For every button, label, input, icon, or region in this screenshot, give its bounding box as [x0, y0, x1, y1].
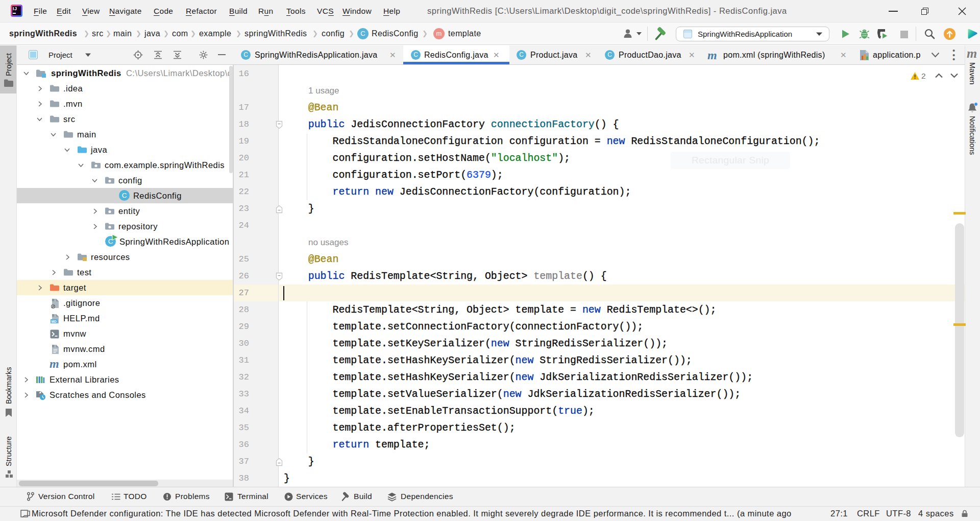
- svg-text:MD: MD: [52, 320, 57, 323]
